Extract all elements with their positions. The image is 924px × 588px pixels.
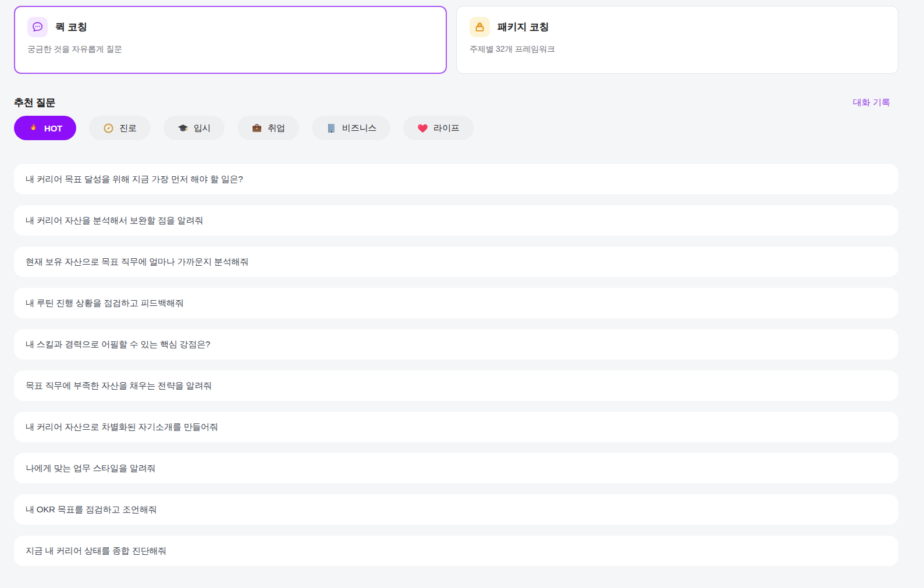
heart-icon bbox=[417, 123, 428, 134]
mode-card-row: 퀵 코칭 궁금한 것을 자유롭게 질문 패키지 코칭 주제별 32개 프레임워크 bbox=[14, 6, 898, 74]
office-building-icon bbox=[326, 123, 337, 134]
question-item[interactable]: 내 스킬과 경력으로 어필할 수 있는 핵심 강점은? bbox=[14, 329, 898, 359]
filter-chip-label: 비즈니스 bbox=[342, 123, 376, 134]
filter-chip-label: HOT bbox=[44, 123, 62, 133]
filter-chip-label: 입시 bbox=[194, 123, 211, 134]
question-item[interactable]: 내 루틴 진행 상황을 점검하고 피드백해줘 bbox=[14, 288, 898, 318]
graduation-cap-icon bbox=[177, 123, 189, 134]
section-title: 추천 질문 bbox=[14, 96, 55, 109]
package-coaching-subtitle: 주제별 32개 프레임워크 bbox=[470, 44, 885, 55]
quick-coaching-subtitle: 궁금한 것을 자유롭게 질문 bbox=[27, 44, 433, 55]
filter-chip-hot[interactable]: HOT bbox=[14, 116, 76, 140]
package-coaching-card[interactable]: 패키지 코칭 주제별 32개 프레임워크 bbox=[456, 6, 898, 74]
briefcase-icon bbox=[251, 123, 262, 134]
quick-coaching-header: 퀵 코칭 bbox=[27, 17, 433, 37]
filter-chip-label: 진로 bbox=[119, 123, 137, 134]
filter-chip-admissions[interactable]: 입시 bbox=[164, 116, 225, 140]
question-item[interactable]: 나에게 맞는 업무 스타일을 알려줘 bbox=[14, 453, 898, 483]
question-item[interactable]: 현재 보유 자산으로 목표 직무에 얼마나 가까운지 분석해줘 bbox=[14, 247, 898, 277]
chat-bubble-icon bbox=[27, 17, 48, 37]
filter-chip-row: HOT 진로 bbox=[14, 116, 898, 140]
filter-chip-label: 취업 bbox=[268, 123, 285, 134]
compass-icon bbox=[103, 123, 114, 134]
coaching-home-page: 퀵 코칭 궁금한 것을 자유롭게 질문 패키지 코칭 주제별 32개 프레임워크… bbox=[0, 0, 924, 566]
filter-chip-jobs[interactable]: 취업 bbox=[237, 116, 299, 140]
question-item[interactable]: 내 커리어 자산을 분석해서 보완할 점을 알려줘 bbox=[14, 205, 898, 236]
bag-icon bbox=[470, 17, 490, 37]
filter-chip-label: 라이프 bbox=[433, 123, 459, 134]
question-item[interactable]: 내 커리어 목표 달성을 위해 지금 가장 먼저 해야 할 일은? bbox=[14, 164, 898, 194]
question-item[interactable]: 내 커리어 자산으로 차별화된 자기소개를 만들어줘 bbox=[14, 412, 898, 442]
filter-chip-career[interactable]: 진로 bbox=[89, 116, 151, 140]
question-item[interactable]: 목표 직무에 부족한 자산을 채우는 전략을 알려줘 bbox=[14, 370, 898, 401]
question-item[interactable]: 지금 내 커리어 상태를 종합 진단해줘 bbox=[14, 536, 898, 566]
fire-icon bbox=[28, 123, 39, 134]
filter-chip-life[interactable]: 라이프 bbox=[403, 116, 473, 140]
quick-coaching-card[interactable]: 퀵 코칭 궁금한 것을 자유롭게 질문 bbox=[14, 6, 447, 74]
recommended-questions-header: 추천 질문 대화 기록 bbox=[14, 96, 898, 109]
question-item[interactable]: 내 OKR 목표를 점검하고 조언해줘 bbox=[14, 494, 898, 525]
package-coaching-title: 패키지 코칭 bbox=[497, 20, 549, 34]
quick-coaching-title: 퀵 코칭 bbox=[55, 20, 87, 34]
question-list: 내 커리어 목표 달성을 위해 지금 가장 먼저 해야 할 일은? 내 커리어 … bbox=[14, 164, 898, 566]
conversation-history-link[interactable]: 대화 기록 bbox=[853, 97, 898, 108]
package-coaching-header: 패키지 코칭 bbox=[470, 17, 885, 37]
filter-chip-business[interactable]: 비즈니스 bbox=[312, 116, 390, 140]
